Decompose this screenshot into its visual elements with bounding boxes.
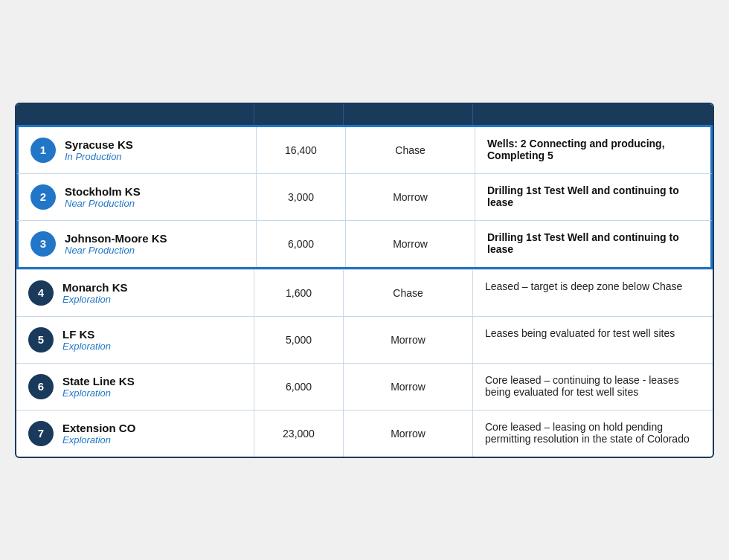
cell-acres-6: 6,000 — [254, 364, 344, 410]
header-project — [16, 104, 254, 125]
table-row: 3 Johnson-Moore KS Near Production 6,000… — [16, 220, 713, 269]
project-stage-4: Exploration — [62, 294, 128, 305]
cell-formation-2: Morrow — [346, 174, 475, 220]
cell-acres-2: 3,000 — [257, 174, 346, 220]
table-row: 5 LF KS Exploration 5,000 Morrow Leases … — [16, 316, 713, 363]
table-body: 1 Syracuse KS In Production 16,400 Chase… — [16, 125, 713, 457]
project-info-4: Monarch KS Exploration — [62, 281, 128, 305]
project-stage-7: Exploration — [62, 434, 135, 445]
cell-acres-1: 16,400 — [257, 127, 346, 173]
cell-status-5: Leases being evaluated for test well sit… — [473, 317, 713, 363]
badge-2: 2 — [30, 184, 56, 210]
cell-acres-4: 1,600 — [254, 270, 344, 316]
cell-acres-7: 23,000 — [254, 411, 344, 457]
cell-project-7: 7 Extension CO Exploration — [16, 411, 254, 457]
project-info-6: State Line KS Exploration — [62, 375, 135, 399]
badge-6: 6 — [28, 374, 54, 399]
cell-acres-5: 5,000 — [254, 317, 344, 363]
cell-formation-7: Morrow — [344, 411, 473, 457]
badge-5: 5 — [28, 327, 54, 353]
project-stage-6: Exploration — [62, 387, 135, 399]
cell-status-3: Drilling 1st Test Well and continuing to… — [475, 221, 710, 267]
project-stage-1: In Production — [65, 151, 133, 162]
cell-project-1: 1 Syracuse KS In Production — [19, 127, 257, 173]
project-info-7: Extension CO Exploration — [62, 422, 135, 445]
cell-status-6: Core leased – continuing to lease - leas… — [473, 364, 713, 410]
project-name-7: Extension CO — [62, 422, 135, 434]
project-info-2: Stockholm KS Near Production — [65, 185, 141, 209]
project-name-5: LF KS — [62, 328, 111, 341]
header-formation — [344, 104, 473, 125]
main-table: 1 Syracuse KS In Production 16,400 Chase… — [15, 103, 714, 458]
project-name-2: Stockholm KS — [65, 185, 141, 198]
project-info-5: LF KS Exploration — [62, 328, 111, 352]
cell-project-3: 3 Johnson-Moore KS Near Production — [19, 221, 257, 267]
cell-formation-5: Morrow — [344, 317, 473, 363]
table-row: 1 Syracuse KS In Production 16,400 Chase… — [16, 125, 713, 173]
cell-project-2: 2 Stockholm KS Near Production — [19, 174, 257, 220]
cell-project-4: 4 Monarch KS Exploration — [16, 270, 254, 316]
table-header — [16, 104, 713, 125]
project-stage-2: Near Production — [65, 198, 141, 209]
cell-project-6: 6 State Line KS Exploration — [16, 364, 254, 410]
badge-4: 4 — [28, 280, 54, 306]
project-stage-3: Near Production — [65, 245, 167, 256]
cell-project-5: 5 LF KS Exploration — [16, 317, 254, 363]
table-row: 6 State Line KS Exploration 6,000 Morrow… — [16, 363, 713, 410]
project-name-4: Monarch KS — [62, 281, 128, 294]
cell-formation-6: Morrow — [344, 364, 473, 410]
badge-1: 1 — [30, 138, 56, 163]
project-name-6: State Line KS — [62, 375, 135, 387]
badge-7: 7 — [28, 421, 54, 446]
cell-formation-4: Chase — [344, 270, 473, 316]
cell-formation-1: Chase — [346, 127, 475, 173]
badge-3: 3 — [30, 231, 56, 257]
cell-status-4: Leased – target is deep zone below Chase — [473, 270, 713, 316]
cell-status-7: Core leased – leasing on hold pending pe… — [473, 411, 713, 457]
header-status — [473, 104, 713, 125]
table-row: 4 Monarch KS Exploration 1,600 Chase Lea… — [16, 269, 713, 316]
project-stage-5: Exploration — [62, 341, 111, 352]
cell-status-1: Wells: 2 Connecting and producing, Compl… — [475, 127, 710, 173]
cell-status-2: Drilling 1st Test Well and continuing to… — [475, 174, 710, 220]
header-acres — [254, 104, 344, 125]
table-row: 7 Extension CO Exploration 23,000 Morrow… — [16, 410, 713, 457]
project-name-1: Syracuse KS — [65, 138, 133, 151]
project-name-3: Johnson-Moore KS — [65, 232, 167, 245]
table-row: 2 Stockholm KS Near Production 3,000 Mor… — [16, 173, 713, 220]
cell-formation-3: Morrow — [346, 221, 475, 267]
project-info-3: Johnson-Moore KS Near Production — [65, 232, 167, 256]
project-info-1: Syracuse KS In Production — [65, 138, 133, 162]
cell-acres-3: 6,000 — [257, 221, 346, 267]
